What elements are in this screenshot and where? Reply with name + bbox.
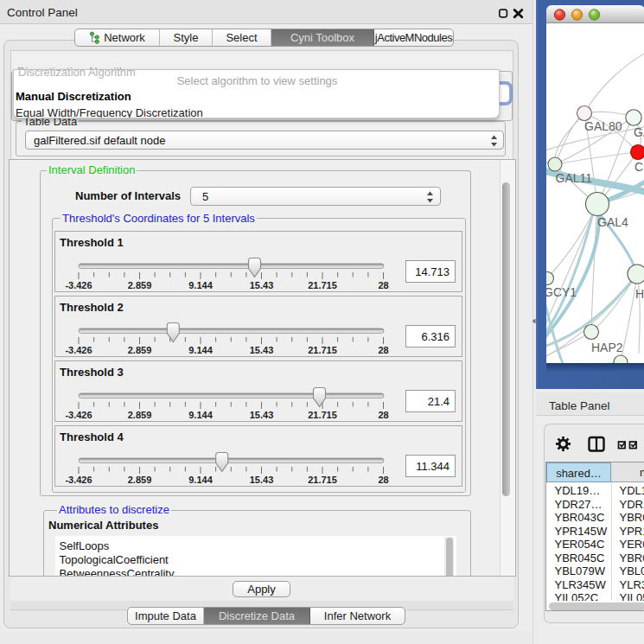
svg-text:GAL4: GAL4: [597, 215, 628, 229]
svg-text:GA: GA: [634, 125, 644, 139]
svg-text:HAP2: HAP2: [591, 341, 623, 354]
svg-text:H: H: [635, 287, 644, 301]
svg-text:GAL80: GAL80: [584, 119, 622, 133]
svg-text:C: C: [634, 160, 643, 174]
svg-text:GCY1: GCY1: [546, 285, 577, 299]
svg-text:GAL11: GAL11: [555, 171, 592, 185]
